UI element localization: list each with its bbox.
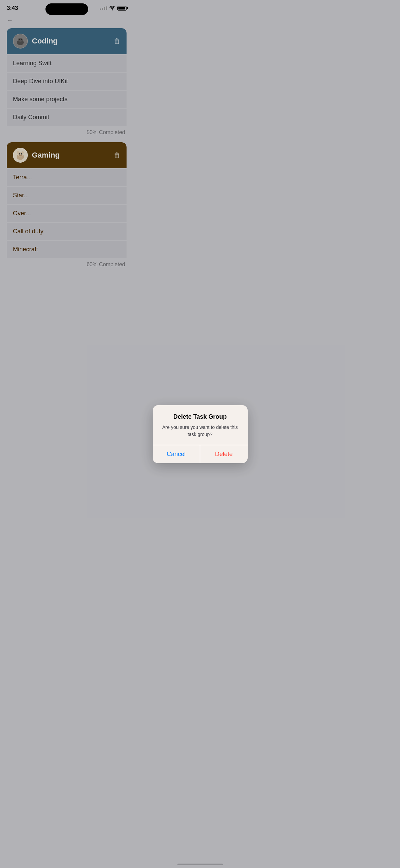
- dialog-overlay: Delete Task Group Are you sure you want …: [0, 0, 133, 289]
